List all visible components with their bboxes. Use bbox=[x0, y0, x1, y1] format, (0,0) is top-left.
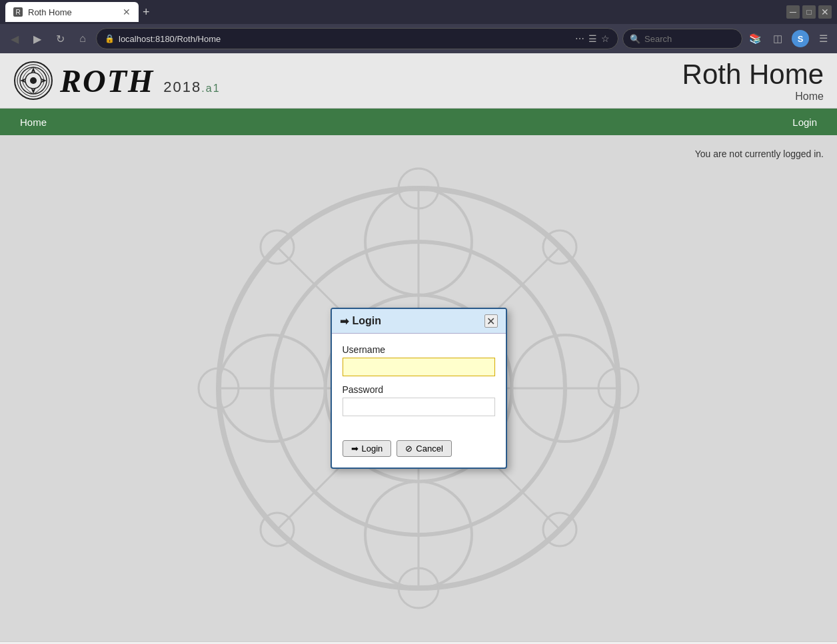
modal-close-button[interactable]: ✕ bbox=[484, 314, 498, 328]
sidebar-icon[interactable]: ◫ bbox=[769, 30, 786, 47]
nav-bar: Home Login bbox=[0, 109, 837, 135]
home-button[interactable]: ⌂ bbox=[73, 29, 92, 48]
svg-point-3 bbox=[30, 77, 37, 84]
username-input[interactable] bbox=[343, 358, 495, 376]
modal-body: Username Password bbox=[332, 334, 506, 435]
password-input[interactable] bbox=[343, 398, 495, 416]
reader-view-icon: ☰ bbox=[588, 33, 597, 44]
nav-login[interactable]: Login bbox=[786, 111, 824, 133]
security-icon: 🔒 bbox=[105, 34, 115, 43]
cancel-button[interactable]: ⊘ Cancel bbox=[397, 440, 451, 457]
password-label: Password bbox=[343, 384, 495, 395]
browser-tab[interactable]: R Roth Home ✕ bbox=[5, 2, 139, 22]
tab-close-button[interactable]: ✕ bbox=[123, 7, 131, 17]
maximize-button[interactable]: □ bbox=[802, 5, 816, 19]
search-icon: 🔍 bbox=[630, 34, 640, 44]
window-controls: ─ □ ✕ bbox=[786, 5, 832, 19]
tab-favicon: R bbox=[13, 7, 23, 17]
page-content: You are not currently logged in. ➡ Login… bbox=[0, 135, 837, 641]
site-title: Roth Home bbox=[682, 59, 824, 91]
modal-footer: ➡ Login ⊘ Cancel bbox=[332, 435, 506, 468]
login-modal: ➡ Login ✕ Username Password ➡ Login bbox=[331, 308, 507, 469]
logo-text-group: ROTH 2018.a1 bbox=[60, 63, 221, 99]
tab-title: Roth Home bbox=[28, 7, 72, 17]
site-subtitle: Home bbox=[682, 91, 824, 103]
menu-icon[interactable]: ☰ bbox=[814, 30, 832, 47]
logo-area: ROTH 2018.a1 bbox=[13, 61, 221, 101]
username-group: Username bbox=[343, 344, 495, 376]
browser-titlebar: R Roth Home ✕ + ─ □ ✕ bbox=[0, 0, 837, 24]
nav-home[interactable]: Home bbox=[13, 111, 53, 133]
toolbar-icons: 📚 ◫ S ☰ bbox=[746, 30, 832, 47]
profile-icon[interactable]: S bbox=[792, 30, 809, 47]
logo-version: 2018.a1 bbox=[163, 79, 220, 95]
forward-button[interactable]: ▶ bbox=[28, 29, 47, 48]
back-button[interactable]: ◀ bbox=[5, 29, 24, 48]
page-header: ROTH 2018.a1 Roth Home Home bbox=[0, 53, 837, 109]
modal-title: ➡ Login bbox=[340, 315, 382, 328]
logo-name: ROTH 2018.a1 bbox=[60, 63, 221, 99]
close-button[interactable]: ✕ bbox=[818, 5, 832, 19]
page-footer: Copyright © 2018 James M. Payne | Roth 5… bbox=[0, 641, 837, 644]
search-bar[interactable]: 🔍 bbox=[622, 29, 742, 49]
bookmark-icon: ⋯ bbox=[575, 33, 584, 44]
star-icon: ☆ bbox=[601, 33, 610, 44]
url-text: localhost:8180/Roth/Home bbox=[119, 34, 221, 44]
browser-toolbar: ◀ ▶ ↻ ⌂ 🔒 localhost:8180/Roth/Home ⋯ ☰ ☆… bbox=[0, 24, 837, 53]
search-input[interactable] bbox=[644, 34, 731, 44]
browser-chrome: R Roth Home ✕ + ─ □ ✕ ◀ ▶ ↻ ⌂ 🔒 localhos… bbox=[0, 0, 837, 53]
username-label: Username bbox=[343, 344, 495, 355]
cancel-btn-icon: ⊘ bbox=[405, 444, 413, 454]
refresh-button[interactable]: ↻ bbox=[51, 29, 69, 48]
url-bar[interactable]: 🔒 localhost:8180/Roth/Home ⋯ ☰ ☆ bbox=[96, 28, 618, 49]
password-group: Password bbox=[343, 384, 495, 416]
login-button[interactable]: ➡ Login bbox=[343, 440, 392, 457]
site-title-area: Roth Home Home bbox=[682, 59, 824, 103]
modal-header: ➡ Login ✕ bbox=[332, 309, 506, 334]
minimize-button[interactable]: ─ bbox=[786, 5, 800, 19]
logo-icon bbox=[13, 61, 53, 101]
login-icon: ➡ bbox=[340, 315, 349, 328]
login-btn-icon: ➡ bbox=[351, 444, 359, 454]
library-icon[interactable]: 📚 bbox=[746, 30, 764, 47]
modal-overlay: ➡ Login ✕ Username Password ➡ Login bbox=[0, 135, 837, 641]
new-tab-button[interactable]: + bbox=[143, 5, 150, 19]
